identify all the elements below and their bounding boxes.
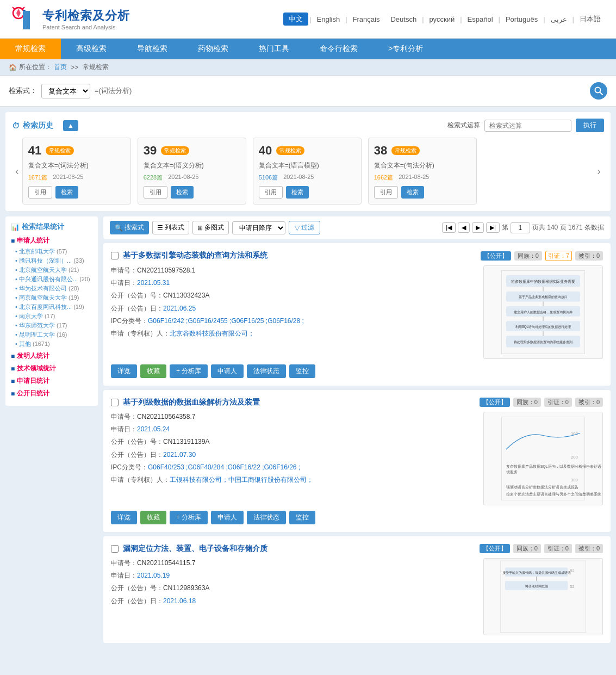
filter-btn[interactable]: ▽ 过滤 xyxy=(289,221,320,234)
search-label: 检索式： xyxy=(9,86,37,96)
card-formula: 复合文本=(语义分析) xyxy=(144,161,240,170)
patent-card: 基于多数据引擎动态装载的查询方法和系统 【公开】 同族：0 引证：7 被引：0 … xyxy=(103,243,611,386)
search-formula-text: =(词法分析) xyxy=(95,86,132,96)
lang-pt[interactable]: Português xyxy=(501,15,542,23)
nav-hot-tools[interactable]: 热门工具 xyxy=(244,39,304,59)
sidebar-item[interactable]: • 华东师范大学 (17) xyxy=(11,321,92,330)
prev-page-btn[interactable]: ◀ xyxy=(458,222,470,233)
search-view-btn[interactable]: 🔍 搜索式 xyxy=(110,221,149,234)
analysis-btn[interactable]: + 分析库 xyxy=(170,364,208,378)
lang-ru[interactable]: русский xyxy=(425,15,459,23)
breadcrumb-location-label: 所在位置： xyxy=(19,63,52,72)
sidebar-item[interactable]: • 北京航空航天大学 (21) xyxy=(11,266,92,274)
home-icon: 🏠 xyxy=(9,64,17,71)
applicant-btn[interactable]: 申请人 xyxy=(211,364,244,378)
lang-de[interactable]: Deutsch xyxy=(386,15,421,23)
lang-zh[interactable]: 中文 xyxy=(283,13,308,26)
patent-checkbox[interactable] xyxy=(111,545,119,553)
sidebar-item[interactable]: • 南京大学 (17) xyxy=(11,312,92,320)
collect-btn[interactable]: 收藏 xyxy=(140,511,166,524)
cited-badge: 被引：0 xyxy=(575,251,603,261)
history-card: 41 常规检索 复合文本=(词法分析) 1671篇 2021-08-25 引用 … xyxy=(22,138,131,205)
history-formula-input[interactable] xyxy=(484,120,571,132)
search-button[interactable]: 检索 xyxy=(171,186,194,199)
prev-arrow[interactable]: ‹ xyxy=(12,165,22,177)
logo-area: 专利检索及分析 Patent Search and Analysis xyxy=(11,5,130,33)
patent-title-link[interactable]: 基于多数据引擎动态装载的查询方法和系统 xyxy=(123,251,267,259)
cite-button[interactable]: 引用 xyxy=(259,186,283,199)
list-view-btn[interactable]: ☰ 列表式 xyxy=(152,221,189,234)
patent-title-link[interactable]: 漏洞定位方法、装置、电子设备和存储介质 xyxy=(123,544,267,553)
patent-info: 申请号：CN202110597528.1 申请日：2021.05.31 公开（公… xyxy=(111,265,477,359)
applicant-btn[interactable]: 申请人 xyxy=(211,511,244,524)
next-arrow[interactable]: › xyxy=(594,165,604,177)
nav-regular-search[interactable]: 常规检索 xyxy=(0,39,61,59)
history-header: ⏱ 检索历史 ▲ 检索式运算 执行 xyxy=(12,119,604,132)
patent-header: 基于列级数据的数据血缘解析方法及装置 【公开】 同族：0 引证：0 被引：0 xyxy=(111,398,603,407)
nav-command-search[interactable]: 命令行检索 xyxy=(304,39,373,59)
lang-en[interactable]: English xyxy=(313,15,345,23)
patent-title-link[interactable]: 基于列级数据的数据血缘解析方法及装置 xyxy=(123,398,260,406)
patent-card: 基于列级数据的数据血缘解析方法及装置 【公开】 同族：0 引证：0 被引：0 申… xyxy=(103,390,611,532)
nav-bar: 常规检索 高级检索 导航检索 药物检索 热门工具 命令行检索 >专利分析 xyxy=(0,39,616,59)
svg-text:按多个优先清楚主要语言处理与另多个之间清楚调整系统: 按多个优先清楚主要语言处理与另多个之间清楚调整系统 xyxy=(506,492,601,497)
breadcrumb-home[interactable]: 首页 xyxy=(54,63,67,72)
sidebar-item[interactable]: • 中兴通讯股份有限公... (20) xyxy=(11,275,92,283)
analysis-btn[interactable]: + 分析库 xyxy=(170,511,208,524)
card-count: 6228篇 xyxy=(144,174,163,182)
sidebar-inventor-cat[interactable]: ■ 发明人统计 xyxy=(11,351,92,361)
lang-ja[interactable]: 日本語 xyxy=(575,14,605,24)
nav-drug-search[interactable]: 药物检索 xyxy=(183,39,244,59)
lang-fr[interactable]: Français xyxy=(349,15,384,23)
card-date: 2021-08-25 xyxy=(168,174,198,182)
monitor-btn[interactable]: 监控 xyxy=(289,511,315,524)
card-formula: 复合文本=(句法分析) xyxy=(374,161,471,170)
legal-btn[interactable]: 法律状态 xyxy=(247,364,286,378)
sort-select[interactable]: 申请日降序 xyxy=(232,221,285,234)
patent-checkbox[interactable] xyxy=(111,252,119,259)
nav-advanced-search[interactable]: 高级检索 xyxy=(61,39,122,59)
nav-guided-search[interactable]: 导航检索 xyxy=(122,39,183,59)
sidebar-apply-date-cat[interactable]: ■ 申请日统计 xyxy=(11,376,92,386)
legal-btn[interactable]: 法律状态 xyxy=(247,511,286,524)
card-badge: 常规检索 xyxy=(276,146,304,155)
multi-view-btn[interactable]: ⊞ 多图式 xyxy=(192,221,229,234)
first-page-btn[interactable]: |◀ xyxy=(442,222,456,233)
next-page-btn[interactable]: ▶ xyxy=(472,222,484,233)
svg-text:接受于输入的源代码，每提供源代码生成成语法: 接受于输入的源代码，每提供源代码生成成语法 xyxy=(502,571,571,574)
page-input[interactable] xyxy=(511,222,530,233)
search-button[interactable]: 检索 xyxy=(401,186,424,199)
history-up-btn[interactable]: ▲ xyxy=(63,120,78,131)
search-select[interactable]: 复合文本 xyxy=(41,84,90,98)
collect-btn[interactable]: 收藏 xyxy=(140,364,166,378)
exec-button[interactable]: 执行 xyxy=(576,119,604,132)
sidebar: 📊 检索结果统计 ■ 申请人统计 • 北京邮电大学 (57) • 腾讯科技（深圳… xyxy=(5,216,98,647)
lang-es[interactable]: Español xyxy=(463,15,497,23)
search-button[interactable] xyxy=(590,82,607,100)
sidebar-applicant-cat[interactable]: ■ 申请人统计 xyxy=(11,236,92,245)
cite-button[interactable]: 引用 xyxy=(28,186,52,199)
cite-button[interactable]: 引用 xyxy=(144,186,167,199)
sidebar-item[interactable]: • 北京邮电大学 (57) xyxy=(11,247,92,256)
detail-btn[interactable]: 详览 xyxy=(111,511,137,524)
sidebar-item[interactable]: • 南京航空航天大学 (19) xyxy=(11,294,92,302)
card-count: 5106篇 xyxy=(259,174,278,182)
sidebar-item[interactable]: • 华为技术有限公司 (20) xyxy=(11,284,92,293)
search-button[interactable]: 检索 xyxy=(286,186,309,199)
last-page-btn[interactable]: ▶| xyxy=(486,222,500,233)
sidebar-item[interactable]: • 昆明理工大学 (16) xyxy=(11,331,92,339)
cited-badge: 被引：0 xyxy=(575,398,603,407)
sidebar-item[interactable]: • 腾讯科技（深圳）... (33) xyxy=(11,257,92,265)
sidebar-pub-date-cat[interactable]: ■ 公开日统计 xyxy=(11,389,92,398)
cite-button[interactable]: 引用 xyxy=(374,186,398,199)
nav-patent-analysis[interactable]: >专利分析 xyxy=(373,39,438,59)
detail-btn[interactable]: 详览 xyxy=(111,364,137,378)
sidebar-item[interactable]: • 北京百度网讯科技... (19) xyxy=(11,303,92,311)
monitor-btn[interactable]: 监控 xyxy=(289,364,315,378)
lang-ar[interactable]: عربی xyxy=(546,15,571,23)
sidebar-tech-cat[interactable]: ■ 技术领域统计 xyxy=(11,364,92,373)
search-button[interactable]: 检索 xyxy=(55,186,78,199)
sidebar-item[interactable]: • 其他 (1671) xyxy=(11,340,92,348)
history-formula-area: 检索式运算 执行 xyxy=(447,119,604,132)
patent-checkbox[interactable] xyxy=(111,399,119,406)
